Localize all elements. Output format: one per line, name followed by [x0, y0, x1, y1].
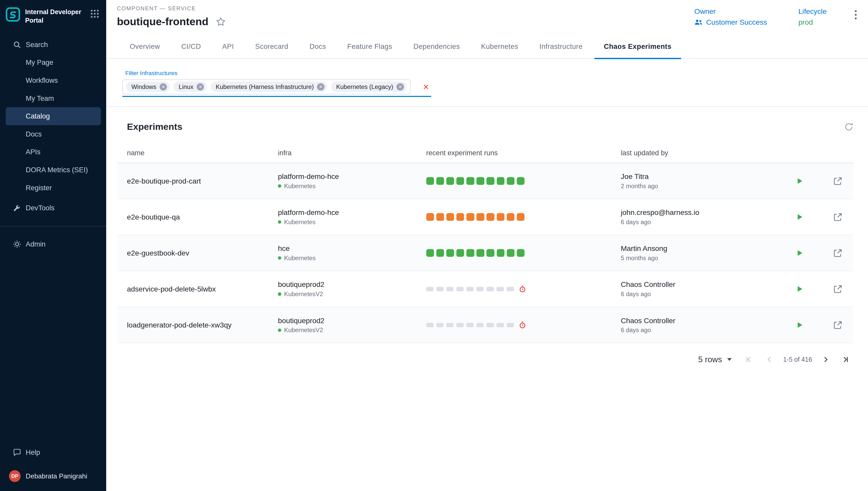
run-indicator[interactable] [426, 287, 433, 291]
open-in-new-icon[interactable] [832, 247, 844, 259]
run-indicator[interactable] [426, 249, 434, 257]
run-experiment-button[interactable] [794, 319, 806, 331]
chip-remove-icon[interactable]: × [160, 83, 167, 90]
run-indicator[interactable] [456, 249, 464, 257]
run-experiment-button[interactable] [794, 211, 806, 223]
run-indicator[interactable] [487, 323, 494, 327]
run-indicator[interactable] [446, 213, 454, 221]
filter-chip-windows[interactable]: Windows × [126, 82, 170, 92]
run-indicator[interactable] [507, 177, 515, 185]
sidebar-item-my-page[interactable]: My Page [6, 54, 101, 72]
open-in-new-icon[interactable] [832, 175, 844, 187]
run-indicator[interactable] [436, 213, 444, 221]
run-experiment-button[interactable] [794, 283, 806, 295]
run-indicator[interactable] [466, 249, 474, 257]
rows-per-page-select[interactable]: 5 rows [698, 355, 731, 364]
run-indicator[interactable] [507, 249, 515, 257]
recent-runs[interactable] [426, 213, 621, 221]
user-menu[interactable]: DP Debabrata Panigrahi [0, 466, 106, 491]
sidebar-item-admin[interactable]: Admin [6, 235, 101, 254]
run-indicator[interactable] [497, 249, 504, 257]
tab-chaos-experiments[interactable]: Chaos Experiments [595, 34, 681, 59]
owner-value[interactable]: Customer Success [706, 18, 767, 27]
sidebar-item-search[interactable]: Search [6, 36, 101, 54]
run-indicator[interactable] [507, 213, 515, 221]
run-indicator[interactable] [436, 249, 444, 257]
sidebar-item-dora-metrics[interactable]: DORA Metrics (SEI) [6, 161, 101, 179]
first-page-button[interactable] [744, 355, 754, 364]
run-indicator[interactable] [456, 177, 464, 185]
run-indicator[interactable] [507, 287, 514, 291]
run-indicator[interactable] [436, 323, 443, 327]
run-indicator[interactable] [487, 287, 494, 291]
tab-dependencies[interactable]: Dependencies [404, 34, 469, 59]
chip-remove-icon[interactable]: × [197, 83, 204, 90]
filter-chip-kubernetes-harness[interactable]: Kubernetes (Harness Infrastructure) × [211, 82, 327, 92]
run-indicator[interactable] [446, 287, 454, 291]
run-indicator[interactable] [446, 249, 454, 257]
run-indicator[interactable] [426, 177, 434, 185]
run-indicator[interactable] [487, 249, 494, 257]
run-indicator[interactable] [487, 213, 494, 221]
run-indicator[interactable] [426, 213, 434, 221]
run-indicator[interactable] [456, 213, 464, 221]
more-menu-icon[interactable] [851, 9, 860, 21]
run-indicator[interactable] [476, 177, 484, 185]
run-indicator[interactable] [487, 177, 494, 185]
run-indicator[interactable] [466, 177, 474, 185]
apps-grid-icon[interactable] [90, 7, 99, 18]
run-indicator[interactable] [517, 213, 524, 221]
sidebar-item-catalog[interactable]: Catalog [6, 107, 101, 125]
run-indicator[interactable] [476, 323, 484, 327]
run-indicator[interactable] [476, 287, 484, 291]
clear-filter-icon[interactable]: × [423, 82, 429, 92]
sidebar-item-help[interactable]: Help [6, 443, 101, 461]
chip-remove-icon[interactable]: × [317, 83, 324, 90]
chip-remove-icon[interactable]: × [397, 83, 404, 90]
tab-api[interactable]: API [213, 34, 243, 59]
refresh-icon[interactable] [844, 122, 853, 132]
tab-feature-flags[interactable]: Feature Flags [338, 34, 402, 59]
run-indicator[interactable] [476, 213, 484, 221]
run-indicator[interactable] [507, 323, 514, 327]
run-indicator[interactable] [517, 177, 524, 185]
run-indicator[interactable] [476, 249, 484, 257]
open-in-new-icon[interactable] [832, 283, 844, 295]
run-indicator[interactable] [466, 287, 473, 291]
run-indicator[interactable] [456, 323, 464, 327]
next-page-button[interactable] [821, 355, 831, 364]
sidebar-item-docs[interactable]: Docs [6, 125, 101, 143]
sidebar-item-workflows[interactable]: Workflows [6, 71, 101, 89]
tab-scorecard[interactable]: Scorecard [245, 34, 298, 59]
owner-label[interactable]: Owner [694, 7, 767, 16]
run-indicator[interactable] [436, 287, 443, 291]
run-experiment-button[interactable] [794, 247, 806, 259]
run-indicator[interactable] [446, 323, 454, 327]
tab-kubernetes[interactable]: Kubernetes [471, 34, 528, 59]
sidebar-item-register[interactable]: Register [6, 179, 101, 197]
sidebar-item-my-team[interactable]: My Team [6, 89, 101, 108]
run-indicator[interactable] [426, 323, 433, 327]
run-indicator[interactable] [446, 177, 454, 185]
run-indicator[interactable] [496, 287, 504, 291]
last-page-button[interactable] [841, 355, 850, 364]
run-indicator[interactable] [456, 287, 464, 291]
tab-cicd[interactable]: CI/CD [172, 34, 210, 59]
run-indicator[interactable] [466, 323, 473, 327]
tab-infrastructure[interactable]: Infrastructure [530, 34, 592, 59]
tab-docs[interactable]: Docs [300, 34, 336, 59]
tab-overview[interactable]: Overview [120, 34, 170, 59]
star-icon[interactable] [216, 17, 226, 27]
lifecycle-label[interactable]: Lifecycle [798, 7, 827, 16]
open-in-new-icon[interactable] [832, 210, 844, 223]
filter-chip-kubernetes-legacy[interactable]: Kubernetes (Legacy) × [331, 82, 407, 92]
filter-chip-linux[interactable]: Linux × [174, 82, 207, 92]
prev-page-button[interactable] [764, 355, 774, 364]
run-indicator[interactable] [497, 177, 504, 185]
sidebar-item-devtools[interactable]: DevTools [6, 199, 101, 217]
sidebar-item-apis[interactable]: APIs [6, 143, 101, 161]
recent-runs[interactable] [426, 249, 621, 257]
run-experiment-button[interactable] [794, 175, 806, 187]
recent-runs[interactable] [426, 177, 621, 185]
recent-runs[interactable] [426, 321, 621, 328]
